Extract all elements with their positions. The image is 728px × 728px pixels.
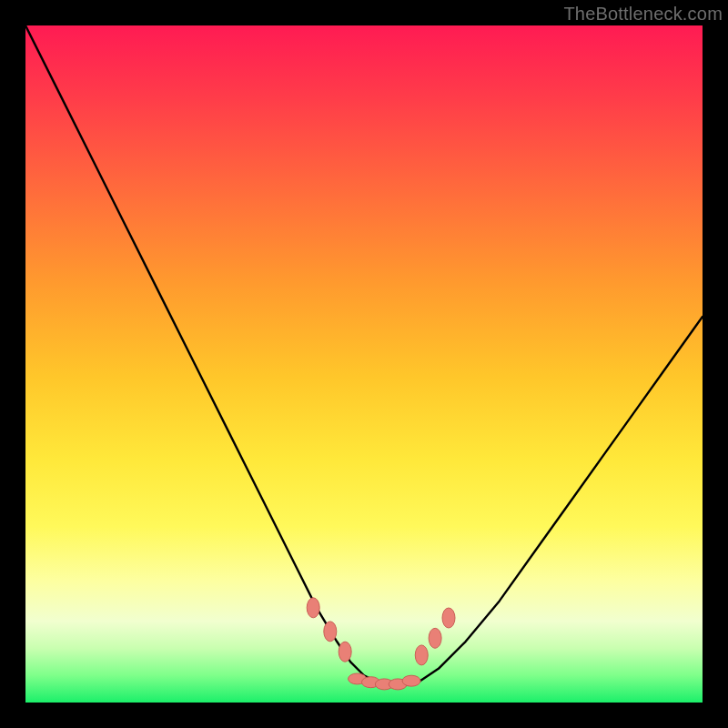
curve-marker: [415, 645, 428, 665]
curve-marker: [339, 642, 351, 662]
marker-cluster-left: [307, 598, 351, 662]
watermark-label: TheBottleneck.com: [563, 4, 723, 25]
chart-stage: TheBottleneck.com: [0, 0, 728, 728]
curve-overlay-svg: [25, 25, 703, 703]
marker-cluster-bottom: [349, 673, 421, 690]
curve-marker: [402, 675, 420, 686]
curve-marker: [442, 608, 455, 628]
curve-marker: [429, 628, 441, 648]
plot-area: [25, 25, 703, 703]
marker-cluster-right: [415, 608, 455, 665]
curve-marker: [324, 622, 337, 642]
curve-marker: [307, 598, 319, 618]
bottleneck-curve: [25, 25, 703, 685]
